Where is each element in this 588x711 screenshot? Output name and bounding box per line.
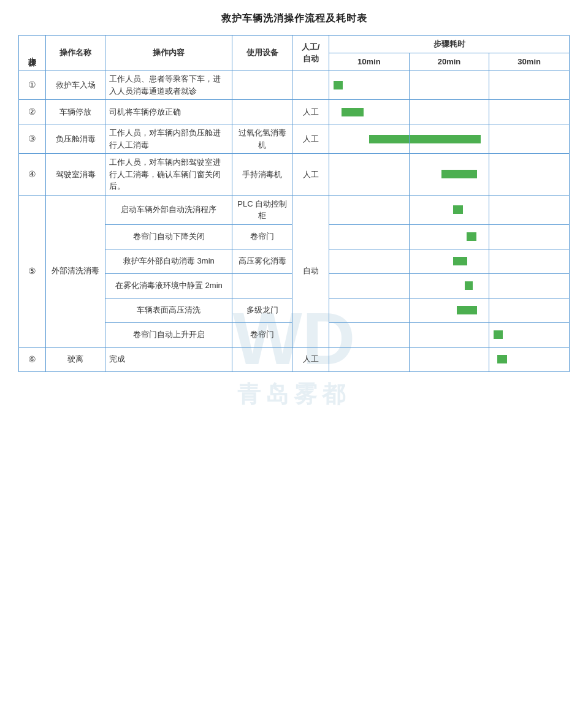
gantt-cell-t30	[489, 273, 570, 298]
gantt-cell-t10	[329, 322, 410, 347]
gantt-bar	[342, 108, 364, 116]
operation-content-cell: 救护车外部自动消毒 3min	[105, 249, 232, 273]
table-row: ④驾驶室消毒工作人员，对车辆内部驾驶室进行人工消毒，确认车辆门窗关闭后。手持消毒…	[19, 154, 570, 196]
gantt-cell-t30	[489, 298, 570, 322]
gantt-cell-t20	[409, 154, 489, 196]
gantt-cell-t10	[329, 195, 410, 224]
operation-content-cell: 司机将车辆停放正确	[105, 100, 232, 124]
gantt-cell-t30	[489, 100, 570, 124]
gantt-cell-t20	[409, 273, 489, 298]
auto-cell: 自动	[292, 195, 329, 347]
auto-cell: 人工	[292, 154, 329, 196]
device-cell	[232, 70, 292, 100]
gantt-cell-t20	[409, 100, 489, 124]
auto-cell	[292, 70, 329, 100]
auto-cell: 人工	[292, 100, 329, 124]
operation-name-cell: 负压舱消毒	[45, 124, 105, 154]
device-cell: 高压雾化消毒	[232, 249, 292, 273]
gantt-cell-t10	[329, 154, 410, 196]
header-step: 步骤	[19, 36, 46, 70]
gantt-cell-t10	[329, 347, 410, 371]
device-cell	[232, 347, 292, 371]
table-row: ⑥驶离完成人工	[19, 347, 570, 371]
operation-name-cell: 驾驶室消毒	[45, 154, 105, 196]
gantt-cell-t30	[489, 322, 570, 347]
operation-content-cell: 工作人员，对车辆内部负压舱进行人工消毒	[105, 124, 232, 154]
step-cell: ⑤	[19, 195, 46, 347]
gantt-cell-t30	[489, 70, 570, 100]
device-cell: 多级龙门	[232, 298, 292, 322]
gantt-cell-t10	[329, 100, 410, 124]
gantt-cell-t20	[409, 224, 489, 249]
gantt-bar	[369, 135, 409, 143]
gantt-cell-t30	[489, 154, 570, 196]
gantt-cell-t20	[409, 70, 489, 100]
gantt-bar	[334, 81, 343, 89]
operation-name-cell: 驶离	[45, 347, 105, 371]
table-row: ①救护车入场工作人员、患者等乘客下车，进入人员消毒通道或者就诊	[19, 70, 570, 100]
header-30min: 30min	[489, 53, 570, 70]
gantt-cell-t20	[409, 124, 489, 154]
gantt-cell-t30	[489, 249, 570, 273]
gantt-cell-t30	[489, 124, 570, 154]
step-cell: ①	[19, 70, 46, 100]
operation-name-cell: 救护车入场	[45, 70, 105, 100]
gantt-bar	[497, 355, 507, 363]
step-cell: ③	[19, 124, 46, 154]
gantt-bar	[494, 330, 503, 339]
gantt-cell-t10	[329, 298, 410, 322]
step-cell: ⑥	[19, 347, 46, 371]
table-row: ⑤外部清洗消毒启动车辆外部自动洗消程序PLC 自动控制柜自动	[19, 195, 570, 224]
table-row: ②车辆停放司机将车辆停放正确人工	[19, 100, 570, 124]
header-20min: 20min	[409, 53, 489, 70]
operation-content-cell: 工作人员、患者等乘客下车，进入人员消毒通道或者就诊	[105, 70, 232, 100]
operation-content-cell: 完成	[105, 347, 232, 371]
gantt-cell-t20	[409, 298, 489, 322]
header-10min: 10min	[329, 53, 410, 70]
gantt-cell-t10	[329, 124, 410, 154]
main-table: 步骤 操作名称 操作内容 使用设备 人工/ 自动 步骤耗时 10min 20mi…	[18, 35, 570, 372]
gantt-bar	[467, 232, 476, 241]
gantt-bar	[453, 257, 467, 265]
device-cell	[232, 273, 292, 298]
gantt-cell-t20	[409, 347, 489, 371]
operation-content-cell: 在雾化消毒液环境中静置 2min	[105, 273, 232, 298]
gantt-bar	[410, 135, 481, 143]
operation-content-cell: 卷帘门自动上升开启	[105, 322, 232, 347]
gantt-cell-t20	[409, 249, 489, 273]
device-cell: 卷帘门	[232, 224, 292, 249]
auto-cell: 人工	[292, 124, 329, 154]
header-step-time: 步骤耗时	[329, 36, 570, 53]
device-cell: 卷帘门	[232, 322, 292, 347]
gantt-bar	[441, 170, 477, 178]
header-operation-name: 操作名称	[45, 36, 105, 70]
device-cell: 过氧化氢消毒机	[232, 124, 292, 154]
header-auto: 人工/ 自动	[292, 36, 329, 70]
gantt-cell-t10	[329, 224, 410, 249]
operation-name-cell: 外部清洗消毒	[45, 195, 105, 347]
gantt-cell-t30	[489, 224, 570, 249]
gantt-bar	[453, 205, 463, 214]
gantt-cell-t10	[329, 273, 410, 298]
gantt-bar	[465, 281, 473, 290]
operation-content-cell: 工作人员，对车辆内部驾驶室进行人工消毒，确认车辆门窗关闭后。	[105, 154, 232, 196]
header-row-1: 步骤 操作名称 操作内容 使用设备 人工/ 自动 步骤耗时	[19, 36, 570, 53]
gantt-cell-t20	[409, 195, 489, 224]
step-cell: ②	[19, 100, 46, 124]
operation-content-cell: 卷帘门自动下降关闭	[105, 224, 232, 249]
watermark-text: 青岛雾都	[237, 379, 350, 410]
gantt-cell-t10	[329, 249, 410, 273]
header-operation-content: 操作内容	[105, 36, 232, 70]
page-title: 救护车辆洗消操作流程及耗时表	[18, 12, 570, 25]
gantt-cell-t30	[489, 195, 570, 224]
device-cell	[232, 100, 292, 124]
step-cell: ④	[19, 154, 46, 196]
gantt-cell-t10	[329, 70, 410, 100]
gantt-cell-t20	[409, 322, 489, 347]
auto-cell: 人工	[292, 347, 329, 371]
device-cell: 手持消毒机	[232, 154, 292, 196]
device-cell: PLC 自动控制柜	[232, 195, 292, 224]
gantt-cell-t30	[489, 347, 570, 371]
header-device: 使用设备	[232, 36, 292, 70]
operation-content-cell: 启动车辆外部自动洗消程序	[105, 195, 232, 224]
